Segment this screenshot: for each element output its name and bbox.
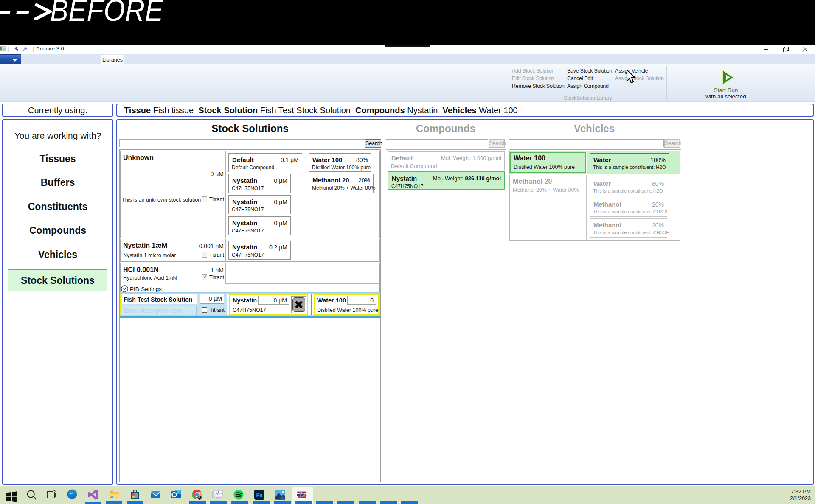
svg-text:Ps: Ps <box>256 492 263 498</box>
